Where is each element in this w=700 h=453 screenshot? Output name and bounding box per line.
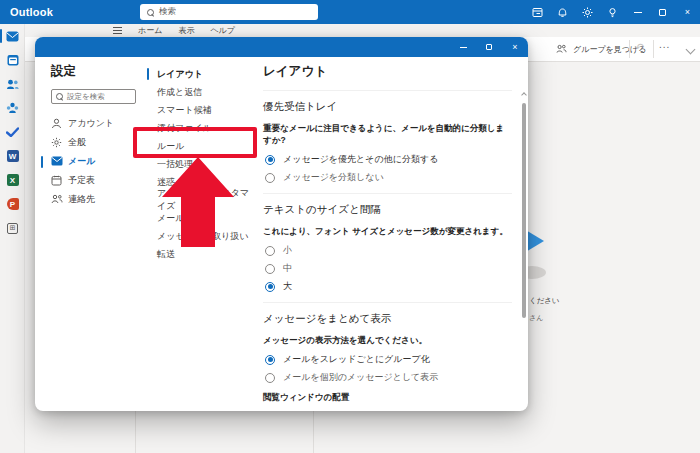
search-placeholder: 検索 [159,6,176,18]
app-header: Outlook 検索 × [0,0,700,24]
settings-icon[interactable] [575,0,600,24]
settings-search-input[interactable]: 設定を検索 [51,89,136,104]
radio-label: 大 [283,280,292,293]
radio-label: 新しい日付が上 [283,410,347,411]
nav-label: 予定表 [68,174,95,187]
pane-divider [313,411,314,453]
divider [263,193,512,194]
toolbar-separator [629,40,630,58]
radio-icon [265,173,275,183]
excel-icon: X [7,174,19,186]
category-layout[interactable]: レイアウト [145,65,255,83]
hamburger-icon[interactable] [113,27,122,34]
rail-calendar-button[interactable] [0,48,25,72]
scroll-up-icon[interactable] [521,92,527,98]
divider [263,302,512,303]
radio-icon [265,264,275,274]
chevron-down-icon[interactable] [686,45,696,55]
minimize-icon [634,12,642,13]
rail-people-button[interactable] [0,72,25,96]
powerpoint-icon: P [7,198,19,210]
tab-home[interactable]: ホーム [138,25,162,36]
radio-small[interactable]: 小 [265,245,512,256]
calendar-icon [51,175,62,186]
background-text-fragment: ください [529,296,560,306]
tips-icon[interactable] [600,0,625,24]
close-icon: × [685,7,690,17]
rail-mail-button[interactable] [0,24,25,48]
radio-group-by-thread[interactable]: メールをスレッドごとにグループ化 [265,354,512,365]
nav-selection-indicator [41,156,43,168]
section-title-message-organization: メッセージをまとめて表示 [263,312,512,326]
rail-excel-button[interactable]: X [0,168,25,192]
content-header: レイアウト [263,63,512,80]
more-options-button[interactable]: ... [659,39,670,50]
mail-icon [51,156,62,167]
ribbon-menubar: ホーム 表示 ヘルプ [25,24,700,37]
settings-nav-general[interactable]: 全般 [51,133,145,152]
notifications-icon[interactable] [550,0,575,24]
radio-label: 中 [283,262,292,275]
tab-view[interactable]: 表示 [178,25,194,36]
dialog-minimize-button[interactable] [450,37,476,57]
settings-nav-mail[interactable]: メール [51,152,145,171]
close-icon: × [512,42,517,52]
rail-selection-indicator [0,29,2,43]
dialog-maximize-button[interactable] [476,37,502,57]
pane-divider [135,411,136,453]
maximize-icon [486,44,492,50]
reading-pane-subheading: 閲覧ウィンドウの配置 [263,392,512,404]
settings-content-panel: レイアウト 優先受信トレイ 重要なメールに注目できるように、メールを自動的に分類… [255,57,528,411]
settings-nav-contacts[interactable]: 連絡先 [51,190,145,209]
settings-nav-account[interactable]: アカウント [51,114,145,133]
dialog-close-button[interactable]: × [502,37,528,57]
annotation-highlight-box [133,127,257,158]
rail-more-apps-button[interactable]: ⊞ [0,216,25,240]
search-icon [56,93,63,100]
category-smart-suggestions[interactable]: スマート候補 [145,101,255,119]
people-icon [6,79,19,90]
gear-icon [51,137,62,148]
restore-icon [659,9,666,16]
groups-icon [6,102,19,114]
rail-groups-button[interactable] [0,96,25,120]
window-close-button[interactable]: × [675,0,700,24]
radio-label: メールをスレッドごとにグループ化 [283,353,430,366]
window-restore-button[interactable] [650,0,675,24]
rail-todo-button[interactable] [0,120,25,144]
settings-dialog-titlebar[interactable]: × [35,37,528,57]
settings-nav-panel: 設定 設定を検索 アカウント 全般 [35,57,145,411]
settings-dialog: × 設定 設定を検索 アカウント 全般 [35,37,528,411]
rail-word-button[interactable]: W [0,144,25,168]
message-display-question: メッセージの表示方法を選んでください。 [263,335,512,347]
scrollbar-thumb[interactable] [522,103,526,318]
category-selection-indicator [147,68,149,80]
category-compose-reply[interactable]: 作成と返信 [145,83,255,101]
radio-large[interactable]: 大 [265,281,512,292]
dialog-scrollbar[interactable] [522,79,526,379]
focused-inbox-question: 重要なメールに注目できるように、メールを自動的に分類しますか? [263,123,512,147]
radio-label: メッセージを分類しない [283,171,384,184]
rail-powerpoint-button[interactable]: P [0,192,25,216]
radio-icon [265,355,275,365]
search-input[interactable]: 検索 [140,4,318,20]
app-rail: W X P ⊞ [0,24,25,453]
undo-icon[interactable]: ↶ [635,41,644,54]
radio-dont-sort[interactable]: メッセージを分類しない [265,172,512,183]
radio-icon [265,155,275,165]
word-icon: W [7,150,19,162]
tab-help[interactable]: ヘルプ [210,25,235,36]
radio-medium[interactable]: 中 [265,263,512,274]
settings-nav-calendar[interactable]: 予定表 [51,171,145,190]
radio-icon [265,282,275,292]
window-minimize-button[interactable] [625,0,650,24]
radio-sort-focused-other[interactable]: メッセージを優先とその他に分類する [265,154,512,165]
radio-label: メッセージを優先とその他に分類する [283,153,438,166]
dialog-title: 設定 [51,63,145,80]
my-day-icon[interactable] [525,0,550,24]
radio-individual-messages[interactable]: メールを個別のメッセージとして表示 [265,372,512,383]
radio-icon [265,246,275,256]
category-label: スマート候補 [157,104,212,117]
divider [263,90,512,91]
calendar-icon [7,54,19,66]
